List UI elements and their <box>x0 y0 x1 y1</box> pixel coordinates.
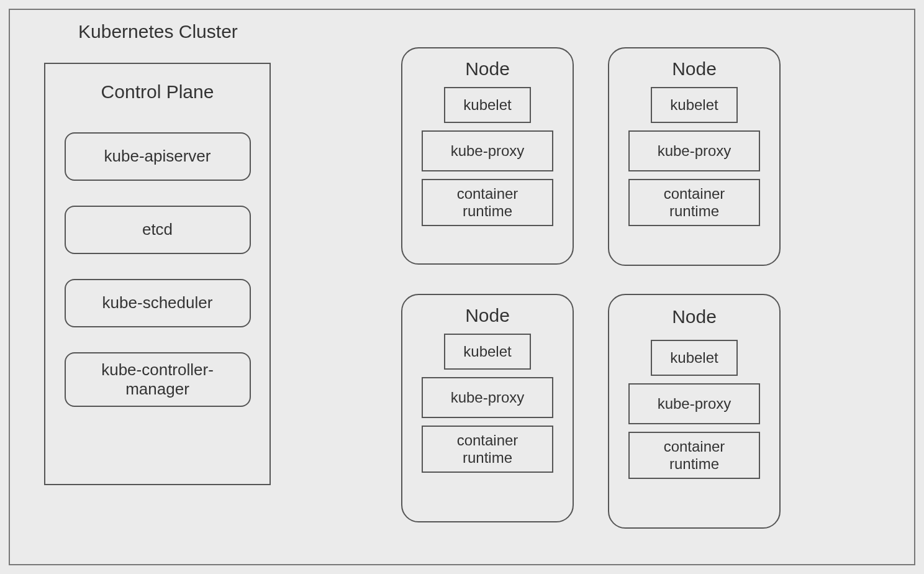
kubelet-box: kubelet <box>651 340 738 376</box>
kube-proxy-box: kube-proxy <box>422 377 553 418</box>
kubelet-box: kubelet <box>444 334 531 370</box>
nodes-area: Node kubelet kube-proxy containerruntime… <box>401 47 830 557</box>
node-box: Node kubelet kube-proxy containerruntime <box>401 294 574 522</box>
node-box: Node kubelet kube-proxy containerruntime <box>401 47 574 265</box>
container-runtime-box: containerruntime <box>422 426 553 473</box>
container-runtime-box: containerruntime <box>422 179 553 226</box>
control-plane-title: Control Plane <box>45 81 270 102</box>
kube-scheduler-box: kube-scheduler <box>65 279 251 327</box>
node-title: Node <box>465 58 510 80</box>
node-box: Node kubelet kube-proxy containerruntime <box>608 294 781 529</box>
kube-proxy-box: kube-proxy <box>628 383 760 424</box>
kube-controller-manager-box: kube-controller-manager <box>65 352 251 407</box>
node-title: Node <box>672 58 717 80</box>
kube-proxy-box: kube-proxy <box>422 130 553 171</box>
kubelet-box: kubelet <box>651 87 738 123</box>
cluster-title: Kubernetes Cluster <box>78 21 238 42</box>
kubelet-box: kubelet <box>444 87 531 123</box>
container-runtime-box: containerruntime <box>628 179 760 226</box>
kube-proxy-box: kube-proxy <box>628 130 760 171</box>
kube-apiserver-box: kube-apiserver <box>65 132 251 181</box>
node-title: Node <box>465 305 510 326</box>
control-plane-items: kube-apiserver etcd kube-scheduler kube-… <box>45 132 270 407</box>
kubernetes-cluster-container: Kubernetes Cluster Control Plane kube-ap… <box>9 9 915 565</box>
control-plane-box: Control Plane kube-apiserver etcd kube-s… <box>44 63 271 485</box>
node-title: Node <box>672 306 717 327</box>
etcd-box: etcd <box>65 206 251 254</box>
container-runtime-box: containerruntime <box>628 432 760 479</box>
node-box: Node kubelet kube-proxy containerruntime <box>608 47 781 266</box>
